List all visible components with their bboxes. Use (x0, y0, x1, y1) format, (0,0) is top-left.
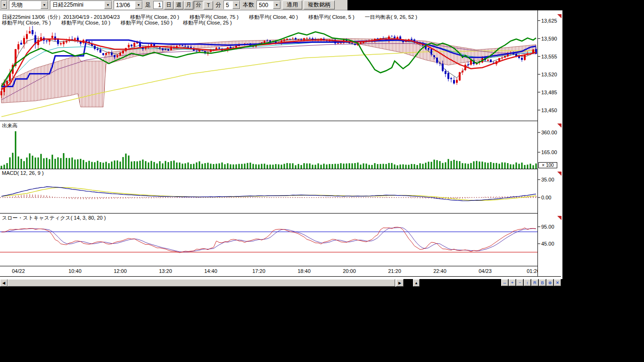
chevron-down-icon: ▼ (1, 1, 7, 9)
volume-panel-label: 出来高 (2, 122, 17, 129)
category-select[interactable]: 先物 ▼ (9, 0, 49, 9)
indicator-label: 一目均衡表( 9, 26, 52 ) (365, 14, 417, 21)
macd-panel-label: MACD( 12, 26, 9 ) (2, 170, 44, 176)
scrollbar-track[interactable] (8, 279, 396, 287)
indicator-label: 移動平均( Close, 5 ) (308, 14, 355, 21)
toolbar-row: ▼ 先物 ▼ 日経225mini ▼ 13/06 ▼ 足 日週月分T 分 5 ▼… (0, 0, 562, 10)
r-tool-button[interactable]: R (531, 279, 538, 286)
symbol-value: 日経225mini (52, 1, 83, 9)
pane-up-button[interactable]: ▲ (413, 279, 420, 287)
stochastics-panel-label: スロー・ストキャスティクス( 14, 3, 80, 20 ) (2, 214, 106, 222)
zoom-in-button[interactable]: ＋ (509, 279, 516, 286)
pan-left-right-button[interactable]: ⇔ (501, 279, 508, 286)
indicator-label: 移動平均( Close, 75 ) (2, 19, 51, 26)
indicator-label: 移動平均( Close, 40 ) (249, 14, 298, 21)
left-arrow-icon: ◀ (2, 281, 5, 285)
x-axis-label: 22:40 (433, 268, 446, 274)
y-axis-label: 13,485 (541, 90, 557, 95)
symbol-select[interactable]: 日経225mini ▼ (50, 0, 112, 9)
bar-count-label: 本数 (242, 1, 255, 9)
toolbar-mini-dropdown[interactable]: ▼ (1, 0, 8, 9)
scrollbar-thumb[interactable] (8, 279, 395, 287)
right-arrow-icon: ▶ (398, 281, 401, 285)
interval-day-button[interactable]: 日 (164, 1, 173, 9)
minute-label: 分 (215, 1, 222, 9)
chart-app-window: 日経225mini 13/06（5分）2013/04/19 - 2013/04/… (0, 0, 562, 287)
chart-tool-buttons: ⇔＋－↕RB⊗✕ (501, 279, 561, 286)
chevron-down-icon: ▼ (41, 1, 48, 9)
y-axis-label: 13,450 (541, 107, 557, 113)
zoom-out-button[interactable]: － (516, 279, 523, 286)
y-axis-label: 13,555 (541, 54, 557, 59)
minute-count-value: 5 (226, 2, 229, 8)
chevron-down-icon: ▼ (104, 1, 112, 9)
horizontal-scrollbar: ◀ ▶ ▲ ⇔＋－↕RB⊗✕ (0, 279, 562, 287)
bar-count-value: 500 (259, 2, 268, 8)
interval-button-group: 日週月分T (164, 1, 213, 9)
b-tool-button[interactable]: B (539, 279, 546, 286)
chart-region: 日経225mini 13/06（5分）2013/04/19 - 2013/04/… (0, 0, 562, 279)
y-axis-label: 45.00 (541, 241, 554, 247)
x-axis-label: 17:20 (252, 268, 265, 274)
ashi-label: 足 (144, 1, 152, 9)
top-toolbar: ▼ 先物 ▼ 日経225mini ▼ 13/06 ▼ 足 日週月分T 分 5 ▼… (0, 0, 347, 10)
interval-month-button[interactable]: 月 (184, 1, 193, 9)
category-value: 先物 (11, 1, 23, 9)
y-axis-label: 13,520 (541, 72, 557, 77)
price-axis: 13,62513,59013,55513,52013,48513,450360.… (538, 0, 562, 278)
x-axis-label: 21:20 (388, 268, 401, 274)
x-axis-label: 04/22 (12, 268, 25, 274)
y-axis-label: 0.00 (541, 195, 551, 200)
scroll-right-button[interactable]: ▶ (396, 279, 404, 287)
x-axis-label: 01:20 (527, 268, 537, 274)
y-axis-label: 35.00 (541, 177, 554, 182)
multi-symbol-button[interactable]: 複数銘柄 (304, 0, 335, 9)
scroll-left-button[interactable]: ◀ (0, 279, 8, 287)
mark-tool-button[interactable]: ⊗ (546, 279, 553, 286)
x-axis-label: 10:40 (68, 268, 82, 274)
y-axis-label: 95.00 (541, 224, 554, 230)
close-tool-button[interactable]: ✕ (554, 279, 561, 286)
chevron-down-icon: ▼ (135, 1, 142, 9)
y-axis-label: 13,625 (541, 18, 557, 24)
indicator-label: 移動平均( Close, 25 ) (183, 19, 232, 26)
interval-minute-button[interactable]: 分 (194, 1, 203, 9)
x-axis-label: 14:40 (204, 268, 217, 274)
x-axis-label: 04/23 (479, 268, 492, 274)
x-axis-label: 18:40 (297, 268, 311, 274)
y-axis-label: 360.00 (541, 130, 557, 135)
x-axis-label: 12:00 (114, 268, 127, 274)
chevron-down-icon: ▼ (273, 1, 281, 9)
chart-canvas[interactable] (0, 0, 562, 278)
time-axis: 04/2210:4012:0013:2014:4017:2018:4020:00… (0, 268, 537, 275)
chart-header-line2: 移動平均( Close, 75 ) 移動平均( Close, 10 ) 移動平均… (2, 19, 232, 26)
y-axis-label: 165.00 (541, 149, 557, 155)
apply-button[interactable]: 適用 (282, 0, 302, 9)
y-axis-label: 13,590 (541, 36, 557, 41)
vertical-zoom-button[interactable]: ↕ (524, 279, 531, 286)
minute-count-select[interactable]: 5 ▼ (223, 0, 240, 9)
indicator-label: 移動平均( Close, 10 ) (61, 19, 110, 26)
x-axis-label: 20:00 (343, 268, 356, 274)
contract-value: 13/06 (116, 2, 130, 8)
interval-input[interactable] (153, 1, 163, 9)
x-axis-label: 13:20 (159, 268, 172, 274)
chevron-down-icon: ▼ (232, 1, 240, 9)
interval-week-button[interactable]: 週 (174, 1, 183, 9)
up-arrow-icon: ▲ (414, 281, 418, 285)
bar-count-select[interactable]: 500 ▼ (256, 0, 281, 9)
interval-tick-button[interactable]: T (204, 1, 213, 9)
contract-month-select[interactable]: 13/06 ▼ (114, 0, 143, 9)
indicator-label: 移動平均( Close, 150 ) (121, 19, 173, 26)
